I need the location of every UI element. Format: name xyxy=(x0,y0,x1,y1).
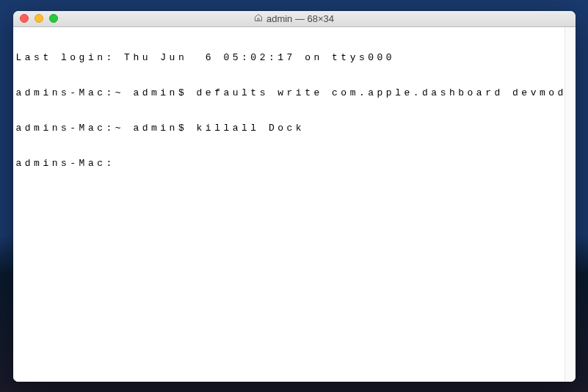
maximize-button[interactable] xyxy=(49,14,58,23)
terminal-window: admin — 68×34 Last login: Thu Jun 6 05:0… xyxy=(13,11,576,382)
window-titlebar[interactable]: admin — 68×34 xyxy=(13,11,576,27)
home-icon xyxy=(254,13,263,24)
window-title-text: admin — 68×34 xyxy=(266,13,334,24)
window-title: admin — 68×34 xyxy=(13,13,576,24)
close-button[interactable] xyxy=(20,14,29,23)
terminal-line: admins-Mac:~ admin$ defaults write com.a… xyxy=(16,87,573,99)
terminal-body[interactable]: Last login: Thu Jun 6 05:02:17 on ttys00… xyxy=(13,27,576,382)
terminal-line: admins-Mac: xyxy=(16,158,573,170)
minimize-button[interactable] xyxy=(35,14,43,23)
terminal-line: Last login: Thu Jun 6 05:02:17 on ttys00… xyxy=(16,52,573,64)
scrollbar[interactable] xyxy=(565,27,576,382)
traffic-lights xyxy=(13,14,58,23)
terminal-line: admins-Mac:~ admin$ killall Dock xyxy=(16,123,573,134)
